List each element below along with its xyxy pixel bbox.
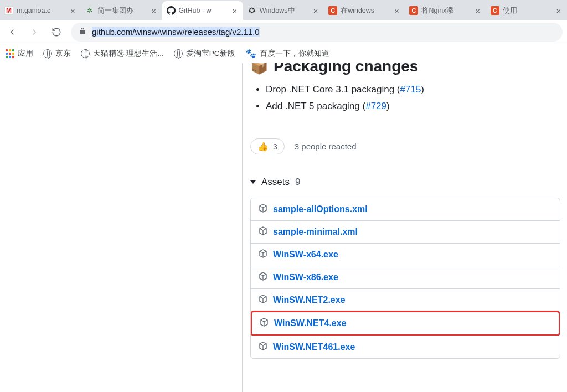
bookmark-label: 天猫精选-理想生活... [93, 49, 164, 59]
tab-title: GitHub - w [179, 7, 228, 14]
asset-row[interactable]: WinSW.NET461.exe [251, 336, 560, 358]
bookmark-label: 爱淘宝PC新版 [186, 49, 235, 59]
close-icon[interactable]: × [69, 7, 76, 15]
close-icon[interactable]: × [474, 7, 482, 15]
browser-tab[interactable]: ✲简一集团办× [81, 1, 162, 20]
sidebar-placeholder [0, 63, 243, 392]
forward-button[interactable] [27, 24, 42, 40]
asset-row[interactable]: WinSW-x64.exe [251, 243, 560, 266]
tab-title: 将Nginx添 [421, 6, 470, 16]
package-icon [259, 226, 267, 238]
bookmark-item[interactable]: 天猫精选-理想生活... [81, 48, 164, 59]
package-icon [259, 204, 267, 215]
close-icon[interactable]: × [393, 7, 400, 15]
globe-icon [174, 49, 183, 58]
issue-link[interactable]: #729 [365, 101, 386, 111]
heading-text: Packaging changes [274, 63, 418, 75]
asset-name: WinSW.NET461.exe [273, 342, 355, 352]
reaction-caption: 3 people reacted [295, 142, 357, 151]
tab-title: 使用 [503, 6, 551, 16]
asset-name: WinSW.NET4.exe [274, 318, 347, 328]
assets-label: Assets [261, 177, 290, 188]
bookmark-item[interactable]: 爱淘宝PC新版 [174, 48, 235, 59]
close-icon[interactable]: × [312, 7, 319, 15]
thumbs-up-icon: 👍 [257, 141, 269, 152]
changelog-item: Drop .NET Core 3.1 packaging (#715) [266, 84, 560, 95]
package-icon [259, 295, 267, 306]
reload-button[interactable] [49, 24, 64, 40]
tab-strip: Mm.ganioa.c×✲简一集团办×GitHub - w×✪Windows中×… [0, 0, 567, 20]
assets-toggle[interactable]: Assets 9 [250, 177, 560, 188]
asset-name: WinSW.NET2.exe [273, 295, 346, 305]
thumbs-up-reaction[interactable]: 👍 3 [250, 138, 285, 154]
asset-name: WinSW-x86.exe [273, 272, 338, 282]
changelog-list: Drop .NET Core 3.1 packaging (#715)Add .… [266, 84, 560, 112]
browser-tab[interactable]: Mm.ganioa.c× [0, 1, 81, 20]
package-icon [259, 249, 267, 260]
tab-title: Windows中 [260, 6, 308, 16]
bookmark-item[interactable]: 京东 [43, 48, 71, 59]
package-icon [260, 318, 269, 329]
page-content: 📦 Packaging changes Drop .NET Core 3.1 p… [0, 63, 567, 392]
reactions-row: 👍 3 3 people reacted [250, 138, 560, 154]
asset-row[interactable]: WinSW-x86.exe [251, 266, 560, 288]
apps-icon [6, 49, 14, 58]
close-icon[interactable]: × [231, 7, 239, 15]
tab-title: 在windows [341, 6, 389, 16]
bookmark-item[interactable]: 🐾百度一下，你就知道 [245, 48, 329, 59]
asset-row[interactable]: WinSW.NET4.exe [250, 311, 560, 336]
browser-tab[interactable]: ✪Windows中× [243, 1, 324, 20]
bookmarks-bar: 应用 京东天猫精选-理想生活...爱淘宝PC新版🐾百度一下，你就知道 [0, 44, 567, 63]
apps-shortcut[interactable]: 应用 [6, 49, 33, 59]
close-icon[interactable]: × [150, 7, 158, 15]
assets-count: 9 [295, 177, 300, 188]
package-icon [259, 272, 267, 283]
close-icon[interactable]: × [555, 7, 563, 15]
back-button[interactable] [4, 24, 20, 40]
reaction-count: 3 [273, 142, 277, 151]
bookmark-label: 京东 [55, 49, 71, 59]
asset-name: sample-minimal.xml [273, 227, 358, 237]
tab-title: m.ganioa.c [17, 7, 65, 14]
tab-title: 简一集团办 [97, 6, 146, 16]
browser-toolbar: github.com/winsw/winsw/releases/tag/v2.1… [0, 20, 567, 44]
browser-tab[interactable]: GitHub - w× [162, 1, 243, 20]
package-icon [259, 342, 267, 353]
globe-icon [81, 49, 90, 58]
caret-down-icon [250, 180, 256, 184]
package-icon: 📦 [250, 63, 268, 75]
changelog-item: Add .NET 5 packaging (#729) [266, 101, 560, 112]
url-text: github.com/winsw/winsw/releases/tag/v2.1… [92, 27, 260, 37]
assets-list: sample-allOptions.xmlsample-minimal.xmlW… [250, 198, 560, 359]
address-bar[interactable]: github.com/winsw/winsw/releases/tag/v2.1… [71, 23, 563, 42]
browser-tab[interactable]: C在windows× [324, 1, 405, 20]
asset-name: sample-allOptions.xml [273, 204, 368, 214]
asset-row[interactable]: sample-allOptions.xml [251, 198, 560, 220]
lock-icon [79, 27, 86, 37]
asset-row[interactable]: sample-minimal.xml [251, 220, 560, 243]
browser-tab[interactable]: C使用× [486, 1, 567, 20]
asset-row[interactable]: WinSW.NET2.exe [251, 288, 560, 311]
asset-name: WinSW-x64.exe [273, 250, 338, 260]
section-heading: 📦 Packaging changes [250, 63, 560, 75]
globe-icon [43, 49, 52, 58]
apps-label: 应用 [18, 49, 33, 59]
bookmark-label: 百度一下，你就知道 [260, 49, 329, 59]
issue-link[interactable]: #715 [400, 84, 421, 95]
browser-tab[interactable]: C将Nginx添× [405, 1, 486, 20]
paw-icon: 🐾 [245, 48, 256, 59]
